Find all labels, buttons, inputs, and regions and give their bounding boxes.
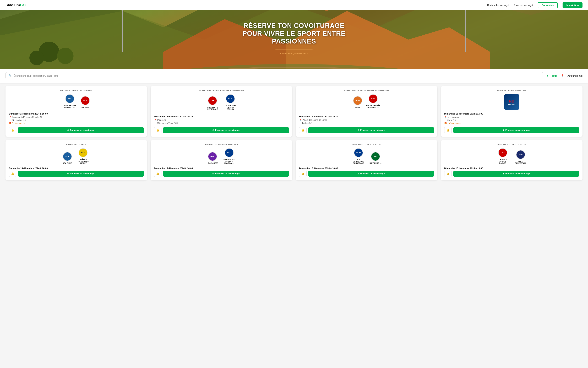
search-icon: 🔍: [9, 74, 12, 77]
card-teams-1: MH MONTPELLIER HÉRAULT SC OGN OGC NICE: [9, 94, 144, 108]
filter-nearby[interactable]: Autour de moi: [568, 74, 582, 77]
inscription-button[interactable]: Inscription: [562, 2, 582, 8]
card-city-2: Villeneuve-d'Ascq (59): [157, 122, 289, 124]
bell-button-1[interactable]: 🔔: [9, 127, 16, 133]
card-league-3: BASKETBALL - LA BOULANGÈRE WONDERLIGUE: [299, 90, 434, 92]
propose-icon-5: ⊕: [67, 173, 69, 175]
card-actions-7: 🔔 ⊕ Proposer un covoiturage: [299, 171, 434, 177]
logo-go: GO: [20, 3, 26, 7]
search-box[interactable]: 🔍: [6, 72, 543, 79]
venue-icon-2: 📍: [154, 119, 157, 121]
event-card-7: BASKETBALL - BETCLIC ELITE BCM BCM GRAVE…: [296, 140, 437, 180]
team1-logo-1: MH: [65, 94, 74, 103]
card-venue-1: 📍 Stade de la Mosson - Mondial 98: [9, 116, 144, 119]
team2-logo-7: N92: [371, 152, 380, 161]
team2-name-1: OGC NICE: [81, 106, 89, 108]
propose-icon-1: ⊕: [67, 129, 69, 131]
team2-name-5: HYÈRES TOULON VAR BASKET: [76, 158, 90, 164]
search-input[interactable]: [14, 74, 540, 77]
cards-grid-row2: BASKETBALL - PRO B ADA ADA BLOIS HTV HYÈ…: [6, 140, 582, 180]
propose-button-6[interactable]: ⊕ Proposer un covoiturage: [163, 171, 289, 177]
team2-name-7: NANTERRE 92: [370, 162, 381, 164]
card-teams-6: HBC HBC NANTES PSG PARIS SAINT-GERMAIN H…: [154, 148, 289, 164]
bell-button-7[interactable]: 🔔: [299, 171, 307, 177]
propose-label-7: Proposer un covoiturage: [360, 173, 385, 175]
team1-name-3: BLMA: [355, 106, 360, 108]
team1-1: MH MONTPELLIER HÉRAULT SC: [63, 94, 77, 108]
event-card-1: FOOTBALL - LIGUE 1 MCDONALD'S MH MONTPEL…: [6, 86, 147, 137]
card-datetime-7: Dimanche 15 décembre 2024 à 16:00: [299, 167, 434, 170]
event-card-3: BASKETBALL - LA BOULANGÈRE WONDERLIGUE B…: [296, 86, 437, 137]
propose-icon-8: ⊕: [503, 173, 504, 175]
card-reward-4[interactable]: 🎁 1 récompense: [444, 122, 579, 124]
bell-button-5[interactable]: 🔔: [9, 171, 16, 177]
card-datetime-2: Dimanche 15 décembre 2024 à 15:30: [154, 115, 289, 118]
propose-icon-7: ⊕: [357, 173, 359, 175]
card-datetime-4: Dimanche 15 décembre 2024 à 16:00: [444, 112, 579, 115]
bell-button-4[interactable]: 🔔: [444, 127, 452, 133]
propose-button-3[interactable]: ⊕ Proposer un covoiturage: [308, 127, 434, 133]
propose-label-8: Proposer un covoiturage: [505, 173, 530, 175]
card-league-2: BASKETBALL - LA BOULANGÈRE WONDERLIGUE: [154, 90, 289, 92]
team1-name-7: BCM GRAVELINES DUNKERQUE: [352, 158, 365, 164]
propose-button-8[interactable]: ⊕ Proposer un covoiturage: [453, 171, 579, 177]
propose-trajet-link[interactable]: Proposer un trajet: [514, 4, 533, 7]
location-icon: 📍: [561, 74, 564, 77]
team1-name-6: HBC NANTES: [207, 162, 218, 164]
propose-button-7[interactable]: ⊕ Proposer un covoiturage: [308, 171, 434, 177]
reward-text-4: 1 récompense: [448, 122, 461, 124]
team1-logo-5: ADA: [63, 152, 72, 161]
propose-label-2: Proposer un covoiturage: [215, 129, 239, 131]
team1-name-8: LE MANS SARTHE BASKET: [496, 158, 510, 164]
hero-content: RÉSERVE TON COVOITURAGE POUR VIVRE LE SP…: [234, 22, 354, 57]
card-datetime-5: Dimanche 15 décembre 2024 à 16:00: [9, 167, 144, 170]
venue-text-2: Palacium: [157, 119, 166, 121]
card-actions-4: 🔔 ⊕ Proposer un covoiturage: [444, 127, 579, 133]
header: StadiumGO Rechercher un trajet Proposer …: [0, 0, 588, 10]
card-teams-3: BLM BLMA RVB ROCHE VENDÉE BASKET CLUB: [299, 94, 434, 108]
team1-logo-6: HBC: [208, 152, 217, 161]
team2-3: RVB ROCHE VENDÉE BASKET CLUB: [366, 94, 380, 108]
propose-button-2[interactable]: ⊕ Proposer un covoiturage: [163, 127, 289, 133]
venue-text-1: Stade de la Mosson - Mondial 98: [12, 116, 42, 119]
hero-section: RÉSERVE TON COVOITURAGE POUR VIVRE LE SP…: [0, 10, 588, 69]
connexion-button[interactable]: Connexion: [538, 2, 558, 8]
propose-icon-4: ⊕: [503, 129, 504, 131]
card-reward-1[interactable]: 🎁 1 récompense: [9, 122, 144, 124]
reward-text-1: 1 récompense: [12, 122, 25, 124]
card-league-6: HANDBALL - LIQUI MOLY STARLIGUE: [154, 144, 289, 146]
propose-button-4[interactable]: ⊕ Proposer un covoiturage: [453, 127, 579, 133]
card-teams-5: ADA ADA BLOIS HTV HYÈRES TOULON VAR BASK…: [9, 148, 144, 164]
card-datetime-6: Dimanche 15 décembre 2024 à 16:00: [154, 167, 289, 170]
propose-icon-2: ⊕: [212, 129, 214, 131]
filter-all[interactable]: Tous: [552, 74, 557, 77]
team2-8: PAR PARIS BASKETBALL: [514, 150, 527, 164]
venue-text-4: Accor Arena: [448, 116, 459, 119]
propose-button-5[interactable]: ⊕ Proposer un covoiturage: [18, 171, 144, 177]
team2-logo-6: PSG: [225, 148, 234, 157]
team2-logo-8: PAR: [516, 150, 525, 159]
search-trajet-link[interactable]: Rechercher un trajet: [487, 4, 509, 7]
team2-name-3: ROCHE VENDÉE BASKET CLUB: [366, 105, 380, 108]
propose-button-1[interactable]: ⊕ Proposer un covoiturage: [18, 127, 144, 133]
team1-3: BLM BLMA: [353, 96, 362, 108]
search-section: 🔍 ● Tous 📍 Autour de moi: [0, 69, 588, 83]
card-actions-8: 🔔 ⊕ Proposer un covoiturage: [444, 171, 579, 177]
team1-7: BCM BCM GRAVELINES DUNKERQUE: [352, 148, 365, 164]
main-nav: Rechercher un trajet Proposer un trajet …: [487, 2, 582, 8]
how-it-works-button[interactable]: Comment ça marche ?: [275, 49, 313, 57]
logo[interactable]: StadiumGO: [6, 3, 26, 7]
bell-button-8[interactable]: 🔔: [444, 171, 452, 177]
card-city-3: Lattes (34): [302, 122, 434, 124]
single-logo-container: RB LEAGUE: [444, 94, 579, 110]
team1-name-5: ADA BLOIS: [63, 162, 72, 164]
bell-button-2[interactable]: 🔔: [154, 127, 162, 133]
bell-button-3[interactable]: 🔔: [299, 127, 307, 133]
bell-button-6[interactable]: 🔔: [154, 171, 162, 177]
filter-group: ● Tous 📍 Autour de moi: [547, 74, 582, 77]
team2-logo-3: RVB: [369, 94, 378, 103]
card-teams-2: ESB ESBVA LILLE MÉTROPOLE CCB C'CHARTRES…: [154, 94, 289, 110]
team2-name-6: PARIS SAINT-GERMAIN HANDBALL: [222, 158, 236, 164]
team1-name-1: MONTPELLIER HÉRAULT SC: [63, 105, 77, 108]
propose-label-1: Proposer un covoiturage: [70, 129, 94, 131]
